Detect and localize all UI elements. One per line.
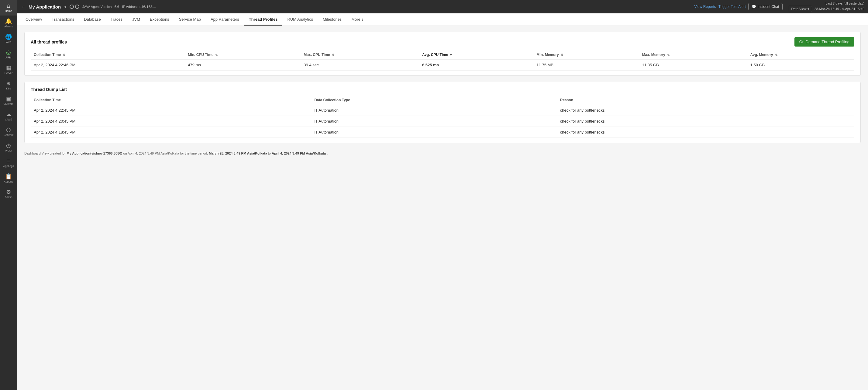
tab-more[interactable]: More ↓: [346, 13, 368, 26]
tab-overview[interactable]: Overview: [21, 13, 47, 26]
sidebar-item-web[interactable]: 🌐 Web: [0, 31, 17, 47]
sidebar: ⌂ Home 🔔 Alarms 🌐 Web ◎ APM ▦ Server ⎈ K…: [0, 0, 17, 390]
alarms-icon: 🔔: [5, 19, 12, 24]
agent-version: JAVA Agent Version : 6.6: [82, 5, 119, 8]
table-row[interactable]: Apr 2, 2024 4:22:46 PM 479 ms 39.4 sec 6…: [31, 60, 854, 71]
all-thread-profiles-header: All thread profiles On Demand Thread Pro…: [31, 37, 854, 47]
applogs-icon: ≡: [7, 158, 10, 164]
col-max-mem: Max. Memory ⇅: [639, 50, 747, 60]
sidebar-item-network[interactable]: ⬡ Network: [0, 124, 17, 140]
all-thread-profiles-table: Collection Time ⇅ Min. CPU Time ⇅ Max. C…: [31, 50, 854, 71]
web-icon: 🌐: [5, 34, 12, 39]
app-dropdown[interactable]: ▾: [64, 5, 67, 9]
tab-app-parameters[interactable]: App Parameters: [206, 13, 244, 26]
col-avg-cpu: Avg. CPU Time ▾: [419, 50, 533, 60]
sidebar-label-k8s: K8s: [6, 87, 11, 90]
server-icon: ▦: [6, 65, 11, 71]
sidebar-item-reports[interactable]: 📋 Reports: [0, 171, 17, 186]
sort-max-mem-icon[interactable]: ⇅: [667, 53, 670, 57]
cell-avg-cpu: 6,525 ms: [419, 60, 533, 71]
sidebar-item-applogs[interactable]: ≡ AppLogs: [0, 155, 17, 171]
sidebar-item-home[interactable]: ⌂ Home: [0, 0, 17, 16]
col-collection-time: Collection Time ⇅: [31, 50, 185, 60]
back-button[interactable]: ←: [21, 4, 26, 9]
cell-max-cpu: 39.4 sec: [301, 60, 419, 71]
sort-avg-cpu-icon[interactable]: ▾: [450, 53, 452, 57]
table-row[interactable]: Apr 2, 2024 4:22:45 PM IT Automation che…: [31, 105, 854, 116]
thread-dump-list-header: Thread Dump List: [31, 87, 854, 92]
sidebar-item-server[interactable]: ▦ Server: [0, 62, 17, 78]
sort-collection-time-icon[interactable]: ⇅: [63, 53, 65, 57]
sort-min-cpu-icon[interactable]: ⇅: [215, 53, 218, 57]
tab-transactions[interactable]: Transactions: [47, 13, 79, 26]
footer-suffix: .: [327, 151, 328, 155]
dump-cell-reason: check for any bottlenecks: [557, 127, 854, 138]
sidebar-label-vmware: VMware: [3, 103, 13, 106]
tab-milestones[interactable]: Milestones: [318, 13, 346, 26]
cell-collection-time: Apr 2, 2024 4:22:46 PM: [31, 60, 185, 71]
on-demand-button[interactable]: On Demand Thread Profiling: [795, 37, 854, 47]
sidebar-item-cloud[interactable]: ☁ Cloud: [0, 109, 17, 124]
sidebar-item-k8s[interactable]: ⎈ K8s: [0, 78, 17, 93]
table-row[interactable]: Apr 2, 2024 4:18:45 PM IT Automation che…: [31, 127, 854, 138]
sidebar-label-server: Server: [5, 72, 13, 75]
toggle-dot-2[interactable]: [75, 5, 79, 9]
sidebar-item-rum[interactable]: ◷ RUM: [0, 140, 17, 155]
dump-cell-collection-time: Apr 2, 2024 4:18:45 PM: [31, 127, 311, 138]
table-row[interactable]: Apr 2, 2024 4:20:45 PM IT Automation che…: [31, 116, 854, 127]
footer-date-to: April 4, 2024 3:49 PM Asia/Kolkata: [272, 151, 326, 155]
sort-max-cpu-icon[interactable]: ⇅: [332, 53, 334, 57]
tab-thread-profiles[interactable]: Thread Profiles: [244, 13, 283, 26]
tab-rum-analytics[interactable]: RUM Analytics: [282, 13, 318, 26]
tab-exceptions[interactable]: Exceptions: [145, 13, 174, 26]
footer-prefix: Dashboard View created for: [24, 151, 66, 155]
toggle-dot-1[interactable]: [70, 5, 74, 9]
tab-service-map[interactable]: Service Map: [174, 13, 206, 26]
col-min-cpu: Min. CPU Time ⇅: [185, 50, 301, 60]
dump-col-reason: Reason: [557, 95, 854, 105]
col-avg-mem: Avg. Memory ⇅: [747, 50, 854, 60]
footer-to: to: [268, 151, 272, 155]
date-range-value: 28-Mar-24 15:49 - 4-Apr-24 15:49: [814, 7, 864, 11]
sidebar-label-alarms: Alarms: [4, 25, 13, 28]
reports-icon: 📋: [5, 174, 12, 179]
dump-cell-reason: check for any bottlenecks: [557, 116, 854, 127]
network-icon: ⬡: [6, 127, 11, 133]
tab-traces[interactable]: Traces: [106, 13, 127, 26]
view-reports-link[interactable]: View Reports: [694, 5, 716, 9]
all-thread-profiles-header-row: Collection Time ⇅ Min. CPU Time ⇅ Max. C…: [31, 50, 854, 60]
dump-cell-reason: check for any bottlenecks: [557, 105, 854, 116]
all-thread-profiles-title: All thread profiles: [31, 39, 67, 45]
col-max-cpu: Max. CPU Time ⇅: [301, 50, 419, 60]
topbar-links: View Reports Trigger Test Alert 💬 Incide…: [694, 3, 783, 10]
tab-database[interactable]: Database: [79, 13, 106, 26]
sidebar-item-apm[interactable]: ◎ APM: [0, 47, 17, 62]
dump-cell-collection-time: Apr 2, 2024 4:20:45 PM: [31, 116, 311, 127]
content-area: All thread profiles On Demand Thread Pro…: [17, 26, 868, 390]
sidebar-label-apm: APM: [5, 56, 11, 59]
trigger-test-link[interactable]: Trigger Test Alert: [718, 5, 746, 9]
sidebar-label-admin: Admin: [5, 196, 12, 199]
dump-col-data-type: Data Collection Type: [311, 95, 557, 105]
rum-icon: ◷: [6, 143, 11, 148]
sidebar-item-admin[interactable]: ⚙ Admin: [0, 186, 17, 202]
sidebar-item-alarms[interactable]: 🔔 Alarms: [0, 16, 17, 31]
cell-min-cpu: 479 ms: [185, 60, 301, 71]
incident-chat-label: Incident Chat: [758, 5, 779, 9]
date-view-button[interactable]: Date View ▾: [789, 6, 812, 12]
sort-avg-mem-icon[interactable]: ⇅: [775, 53, 777, 57]
sidebar-label-home: Home: [5, 9, 12, 12]
incident-chat-button[interactable]: 💬 Incident Chat: [748, 3, 783, 10]
sort-min-mem-icon[interactable]: ⇅: [561, 53, 563, 57]
sidebar-label-network: Network: [3, 134, 13, 137]
vmware-icon: ▣: [6, 96, 11, 102]
footer-date-from: March 28, 2024 3:49 PM Asia/Kolkata: [209, 151, 267, 155]
footer-note: Dashboard View created for My Applicatio…: [24, 149, 861, 158]
app-name: My Application: [29, 4, 61, 9]
topbar: ← My Application ▾ JAVA Agent Version : …: [17, 0, 868, 13]
tab-jvm[interactable]: JVM: [127, 13, 145, 26]
thread-dump-list-title: Thread Dump List: [31, 87, 67, 92]
topbar-right: Last 7 days (till yesterday) Date View ▾…: [789, 2, 864, 12]
sidebar-item-vmware[interactable]: ▣ VMware: [0, 93, 17, 109]
dump-col-collection-time: Collection Time: [31, 95, 311, 105]
